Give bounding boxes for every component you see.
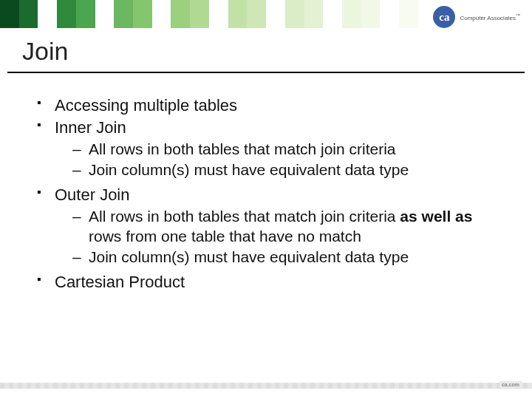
band-square [152,0,171,28]
sub-bullet-bold: as well as [400,208,472,225]
band-square [399,0,418,28]
band-square [133,0,152,28]
band-square [266,0,285,28]
bullet-text: Cartesian Product [55,273,185,291]
bullet-item: Cartesian Product [37,272,502,293]
sub-bullet-text: All rows in both tables that match join … [89,208,400,225]
sub-bullet-item: Join column(s) must have equivalent data… [72,248,502,267]
sub-bullet-list: All rows in both tables that match join … [55,140,502,180]
sub-bullet-item: All rows in both tables that match join … [72,140,502,160]
sub-bullet-list: All rows in both tables that match join … [55,207,502,267]
sub-bullet-text: rows from one table that have no match [89,228,361,245]
bullet-item: Accessing multiple tables [37,95,502,116]
bullet-text: Accessing multiple tables [55,96,237,115]
page-title: Join [22,37,510,66]
bullet-list: Accessing multiple tablesInner JoinAll r… [37,95,502,293]
bullet-text: Inner Join [55,118,126,137]
bullet-item: Inner JoinAll rows in both tables that m… [37,117,502,180]
brand-label-text: Computer Associates [460,14,516,21]
band-square [247,0,266,28]
band-square [304,0,324,28]
sub-bullet-item: All rows in both tables that match join … [72,207,502,247]
band-square [190,0,209,28]
trademark-symbol: ™ [516,13,520,18]
band-square [380,0,399,28]
band-square [0,0,19,28]
bullet-item: Outer JoinAll rows in both tables that m… [37,185,502,267]
band-square [114,0,133,28]
band-square [76,0,95,28]
band-square [38,0,57,28]
band-square [323,0,342,28]
band-square [228,0,248,28]
band-square [361,0,381,28]
brand-logo-area: ca Computer Associates™ [429,4,525,30]
band-square [285,0,304,28]
ca-logo-icon: ca [433,6,455,28]
slide-content: Accessing multiple tablesInner JoinAll r… [0,73,532,293]
footer-link-text: ca.com [499,381,522,388]
band-square [342,0,361,28]
footer-bar [0,383,532,389]
band-square [19,0,38,28]
sub-bullet-item: Join column(s) must have equivalent data… [72,160,502,180]
brand-label: Computer Associates™ [460,13,520,21]
bullet-text: Outer Join [55,185,130,204]
band-square [95,0,115,28]
band-square [209,0,228,28]
band-square [57,0,76,28]
band-square [171,0,190,28]
title-area: Join [0,28,532,69]
